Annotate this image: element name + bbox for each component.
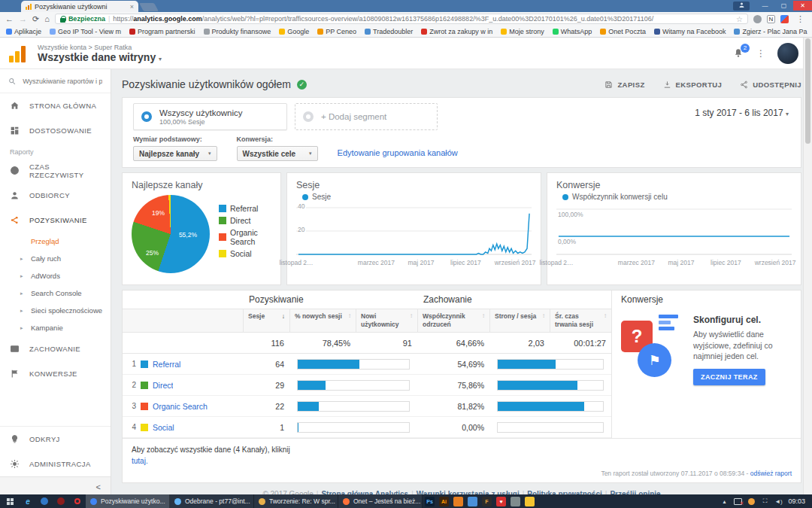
tab-close-icon[interactable]: × <box>130 3 134 11</box>
extension-color-icon[interactable] <box>780 15 789 23</box>
window-minimize-button[interactable]: — <box>756 1 774 11</box>
quicklaunch-opera-icon[interactable] <box>69 498 86 504</box>
window-close-button[interactable]: ✕ <box>793 1 812 11</box>
sessions-chart[interactable]: 40 20 <box>296 202 532 257</box>
extension-n-icon[interactable]: N <box>767 15 775 23</box>
tray-expand-icon[interactable]: ▴ <box>720 497 728 505</box>
bookmark-item[interactable]: Aplikacje <box>6 28 41 35</box>
segment-chip-all-users[interactable]: Wszyscy użytkownicy 100,00% Sesje <box>133 103 287 130</box>
sidebar-item-admin[interactable]: ADMINISTRACJA <box>0 452 111 476</box>
bookmark-item[interactable]: Zwrot za zakupy w in <box>421 28 492 35</box>
channel-link[interactable]: Social <box>153 423 174 432</box>
bookmark-item[interactable]: Google <box>279 28 309 35</box>
quicklaunch-ie-icon[interactable]: e <box>20 497 36 506</box>
reload-icon[interactable]: ⟳ <box>32 15 39 23</box>
sidebar-item-customization[interactable]: DOSTOSOWANIE <box>0 118 111 143</box>
printer-icon[interactable] <box>511 497 520 506</box>
bookmark-item[interactable]: PP Ceneo <box>317 28 356 35</box>
table-row[interactable]: 2 Direct 29 75,86% <box>123 375 611 396</box>
taskbar-task-button[interactable]: Pozyskiwanie użytko... <box>86 494 170 508</box>
folder-icon[interactable] <box>525 497 535 506</box>
bookmark-item[interactable]: WhatsApp <box>553 28 592 35</box>
search-input[interactable] <box>23 78 102 85</box>
save-button[interactable]: ZAPISZ <box>604 81 644 89</box>
sidebar-item-audience[interactable]: ODBIORCY <box>0 183 111 208</box>
photoshop-icon[interactable]: Ps <box>425 497 435 506</box>
column-header-avg-duration[interactable]: Śr. czas trwania sesji↕ <box>550 309 611 332</box>
column-header-sessions[interactable]: Sesje↓ <box>243 309 289 332</box>
table-row[interactable]: 3 Organic Search 22 81,82% <box>123 396 611 417</box>
sidebar-item-home[interactable]: STRONA GŁÓWNA <box>0 93 111 118</box>
clock[interactable]: 09:03 <box>788 497 805 505</box>
conversion-select[interactable]: Wszystkie cele▾ <box>237 146 318 161</box>
bookmark-item[interactable]: Tradedoubler <box>365 28 413 35</box>
bookmark-item[interactable]: Moje strony <box>501 28 544 35</box>
forward-icon[interactable]: → <box>19 15 27 23</box>
bookmark-star-icon[interactable]: ☆ <box>736 15 743 23</box>
channels-pie[interactable]: 55,2% 25% 19% <box>132 195 210 273</box>
bookmark-item[interactable]: Onet Poczta <box>600 28 646 35</box>
table-row[interactable]: 1 Referral 64 54,69% <box>123 354 611 375</box>
refresh-report-link[interactable]: odśwież raport <box>750 470 792 477</box>
url-text[interactable]: https://analytics.google.com/analytics/w… <box>113 15 733 23</box>
sidebar-subitem[interactable]: ▸ Search Console <box>0 284 111 302</box>
home-icon[interactable]: ⌂ <box>44 15 50 23</box>
conversions-chart[interactable]: 100,00% 0,00% <box>556 202 792 257</box>
bookmark-item[interactable]: Program partnerski <box>129 28 195 35</box>
column-header-pages-session[interactable]: Strony / sesja↕ <box>489 309 550 332</box>
kebab-menu-icon[interactable]: ⋮ <box>756 49 765 58</box>
property-selector[interactable]: Wszystkie dane witryny ▾ <box>38 51 162 63</box>
browser-profile-icon[interactable] <box>733 2 750 11</box>
sidebar-subitem[interactable]: ▸ Sieci społecznościowe <box>0 302 111 319</box>
export-button[interactable]: EKSPORTUJ <box>663 81 723 89</box>
channel-link[interactable]: Direct <box>153 381 173 390</box>
extension-icon[interactable] <box>753 15 762 23</box>
new-tab-button[interactable] <box>139 3 159 11</box>
bookmark-item[interactable]: Zgierz - Plac Jana Pa <box>734 28 807 35</box>
quicklaunch-browser-icon[interactable] <box>36 497 53 505</box>
report-search[interactable] <box>0 69 111 93</box>
app-icon-orange[interactable] <box>453 497 463 506</box>
sidebar-item-acquisition[interactable]: POZYSKIWANIE <box>0 208 111 233</box>
date-range-selector[interactable]: 1 sty 2017 - 6 lis 2017 ▾ <box>695 108 789 118</box>
dimension-select[interactable]: Najlepsze kanały▾ <box>133 146 217 161</box>
table-row[interactable]: 4 Social 1 0,00% <box>123 417 611 438</box>
sidebar-collapse-button[interactable]: < <box>0 476 111 496</box>
secure-lock-icon[interactable] <box>60 16 65 23</box>
bookmark-item[interactable]: Geo IP Tool - View m <box>50 28 121 35</box>
sidebar-subitem[interactable]: ▸ Kampanie <box>0 319 111 336</box>
sidebar-subitem[interactable]: ▸ Cały ruch <box>0 250 111 267</box>
back-icon[interactable]: ← <box>5 15 14 23</box>
start-now-button[interactable]: ZACZNIJ TERAZ <box>693 369 765 385</box>
breadcrumb[interactable]: Wszystkie konta > Super Ratka <box>38 44 162 51</box>
page-scrollbar[interactable] <box>803 38 812 494</box>
taskbar-task-button[interactable]: Tworzenie: Re: W spr... <box>254 494 338 508</box>
start-button[interactable] <box>0 498 20 505</box>
address-bar[interactable]: Bezpieczna | https://analytics.google.co… <box>55 14 748 24</box>
avatar[interactable] <box>777 43 798 64</box>
edit-channel-grouping-link[interactable]: Edytowanie grupowania kanałów <box>338 148 458 157</box>
window-maximize-button[interactable]: ▢ <box>774 1 793 11</box>
illustrator-icon[interactable]: Ai <box>439 497 449 506</box>
add-segment-button[interactable]: + Dodaj segment <box>295 103 438 130</box>
column-header-bounce-rate[interactable]: Współczynnik odrzuceń↕ <box>417 309 489 332</box>
tray-app-icon[interactable] <box>748 498 755 505</box>
bookmark-item[interactable]: Produkty finansowe <box>204 28 271 35</box>
health-app-icon[interactable]: ♥ <box>496 497 506 506</box>
scrollbar-thumb[interactable] <box>805 38 810 144</box>
channel-link[interactable]: Referral <box>153 360 180 369</box>
sidebar-item-realtime[interactable]: CZAS RZECZYWISTY <box>0 158 111 183</box>
sidebar-subitem[interactable]: ▸ Przegląd <box>0 233 111 250</box>
browser-menu-icon[interactable]: ⋮ <box>794 14 807 24</box>
app-icon-blue[interactable] <box>468 497 477 506</box>
see-all-data-link[interactable]: tutaj. <box>132 457 148 465</box>
analytics-logo-icon[interactable] <box>9 44 27 62</box>
secure-label[interactable]: Bezpieczna <box>68 15 105 23</box>
bookmark-item[interactable]: Witamy na Facebook <box>654 28 726 35</box>
column-header-new-sessions[interactable]: % nowych sesji↕ <box>289 309 356 332</box>
sidebar-item-behavior[interactable]: ZACHOWANIE <box>0 336 111 361</box>
column-header-new-users[interactable]: Nowi użytkownicy↕ <box>356 309 417 332</box>
taskbar-task-button[interactable]: Odebrane - pt77@int... <box>170 494 254 508</box>
share-button[interactable]: UDOSTĘPNIJ <box>740 81 801 89</box>
sidebar-item-conversions[interactable]: KONWERSJE <box>0 361 111 386</box>
